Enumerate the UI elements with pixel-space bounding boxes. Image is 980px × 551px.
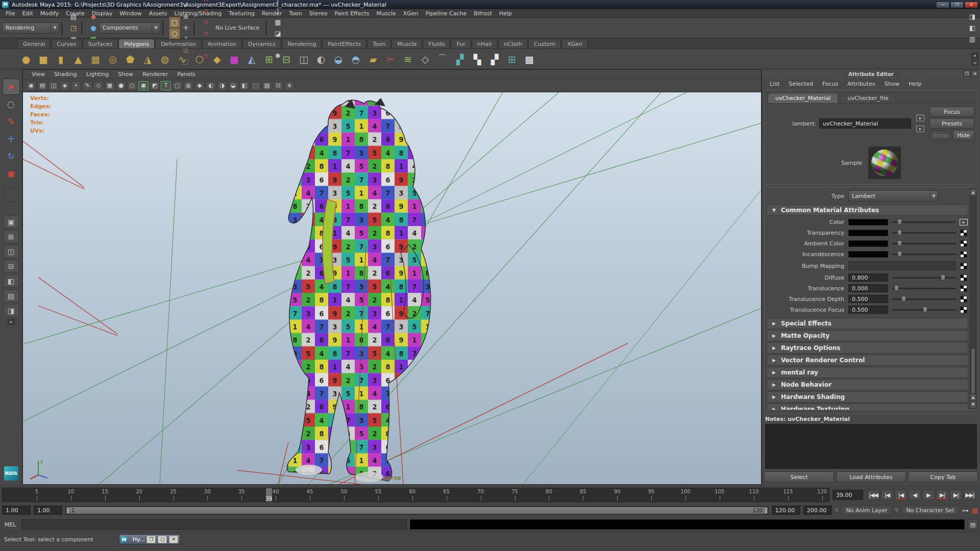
collapsed-section-header[interactable]: ▶ Special Effects — [767, 318, 968, 329]
render-current-frame-icon[interactable]: ◪ — [272, 28, 283, 39]
checker-a-icon[interactable]: ▚ — [469, 51, 486, 68]
panel-menu-item[interactable]: Show — [113, 71, 138, 78]
shelf-tab[interactable]: General — [17, 39, 51, 48]
step-forward-button[interactable]: ▶| — [950, 490, 962, 500]
live-surface-field[interactable]: No Live Surface — [211, 24, 263, 31]
input-connection-icon[interactable]: ▸ — [916, 115, 924, 121]
mirror-icon[interactable]: ▞ — [451, 51, 469, 68]
menu-item[interactable]: Lighting/Shading — [170, 10, 225, 17]
shelf-tab[interactable]: nCloth — [498, 39, 528, 48]
ae-node-tab[interactable]: uvChecker_Material — [768, 93, 838, 103]
poly-pipe-icon[interactable]: ◍ — [156, 51, 174, 68]
chevron-down-icon[interactable]: ▽ — [835, 508, 839, 513]
maximize-button[interactable]: ❐ — [950, 2, 964, 8]
menu-item[interactable]: Edit — [18, 10, 36, 17]
poly-cube-icon[interactable]: ■ — [35, 51, 52, 68]
bridge-icon[interactable]: ⌒ — [434, 51, 451, 68]
menu-item[interactable]: Muscle — [373, 10, 400, 17]
map-button[interactable] — [960, 296, 967, 303]
translucence-field[interactable]: 0.000 — [848, 284, 888, 292]
panel-menu-item[interactable]: Panels — [173, 71, 200, 78]
notes-textarea[interactable] — [765, 424, 977, 469]
viewport-toolbar-icon[interactable]: ▢ — [172, 81, 182, 90]
separator[interactable] — [62, 21, 65, 35]
focus-button[interactable]: Focus — [929, 107, 974, 117]
shelf-tab[interactable]: nHair — [472, 39, 498, 48]
viewport-toolbar-icon[interactable]: T — [161, 81, 171, 90]
close-icon[interactable]: ✕ — [169, 536, 178, 543]
anim-layer-dropdown[interactable]: No Anim Layer — [842, 506, 892, 515]
attribute-editor-toggle-icon[interactable]: ◨ — [967, 11, 978, 22]
panel-menu-item[interactable]: Shading — [50, 71, 82, 78]
scroll-up-icon[interactable]: ▲ — [970, 189, 976, 195]
separator[interactable] — [266, 21, 270, 35]
layout-shortcut-button[interactable]: ⊞ — [4, 230, 19, 243]
viewport-toolbar-icon[interactable]: ⋔ — [284, 81, 295, 90]
ambient-color-slider[interactable] — [892, 243, 956, 244]
auto-keyframe-icon[interactable]: ▦ — [972, 507, 978, 514]
shelf-menu-button[interactable]: ▾ — [971, 53, 978, 59]
shelf-tab[interactable]: Deformation — [155, 39, 202, 48]
play-backwards-button[interactable]: ◀ — [909, 490, 921, 500]
layout-shortcut-button[interactable]: ◫ — [4, 245, 19, 258]
menu-item[interactable]: Pipeline Cache — [422, 10, 470, 17]
timeline-track[interactable]: 5101520253035404550556065707580859095100… — [2, 488, 829, 502]
quad-draw-icon[interactable]: ▰ — [364, 51, 382, 68]
viewport-toolbar-icon[interactable]: ⊡ — [273, 81, 283, 90]
command-output-field[interactable] — [410, 519, 965, 530]
play-forwards-button[interactable]: ▶ — [922, 490, 935, 500]
poly-platonic-icon[interactable]: ◆ — [208, 51, 226, 68]
menu-item[interactable]: Paint Effects — [331, 10, 373, 17]
sculpt-tool-icon[interactable]: ◭ — [243, 51, 260, 68]
command-language-toggle[interactable]: MEL — [2, 521, 18, 528]
menu-item[interactable]: Toon — [285, 10, 305, 17]
separator[interactable] — [163, 21, 166, 35]
show-button[interactable]: Show — [929, 130, 951, 140]
combine-icon[interactable]: ⊞ — [260, 51, 278, 68]
ae-menu-item[interactable]: List — [765, 81, 784, 87]
selection-icon[interactable]: ⌖ — [180, 0, 191, 11]
shelf-tab[interactable]: Fur — [451, 39, 471, 48]
set-key-icon[interactable]: ⊶ — [962, 507, 969, 514]
bevel-icon[interactable]: ◇ — [416, 51, 434, 68]
output-connection-icon[interactable]: ▸ — [916, 126, 924, 132]
restore-icon[interactable]: ❐ — [146, 536, 156, 543]
viewport-toolbar-icon[interactable]: ● — [116, 81, 126, 90]
collapsed-section-header[interactable]: ▶ Raytrace Options — [767, 342, 968, 354]
command-input-field[interactable] — [21, 519, 407, 530]
render-view-icon[interactable]: ▦ — [272, 17, 283, 28]
channel-box-toggle-icon[interactable]: ▥ — [967, 34, 978, 45]
viewport-toolbar-icon[interactable]: ◧ — [239, 81, 250, 90]
viewport-toolbar-icon[interactable]: ⬚ — [251, 81, 261, 90]
poly-cone-icon[interactable]: ▲ — [69, 51, 87, 68]
viewport-toolbar-icon[interactable]: ◈ — [60, 81, 70, 90]
open-scene-icon[interactable]: ◳ — [68, 22, 79, 34]
viewport-toolbar-icon[interactable]: ▣ — [138, 81, 149, 90]
separator[interactable] — [194, 21, 198, 35]
range-start-handle[interactable] — [66, 507, 70, 514]
scale-tool[interactable]: ◼ — [3, 165, 20, 182]
shelf-tab[interactable]: Rendering — [282, 39, 322, 48]
shelf-tab[interactable]: Surfaces — [83, 39, 118, 48]
poly-pyramid-icon[interactable]: ◮ — [139, 51, 156, 68]
color-slider[interactable] — [892, 221, 955, 223]
hide-button[interactable]: Hide — [953, 130, 975, 140]
step-back-button[interactable]: |◀ — [881, 490, 893, 500]
shelf-tab[interactable]: Curves — [51, 39, 82, 48]
menu-item[interactable]: Texturing — [225, 10, 258, 17]
script-editor-icon[interactable]: ▤ — [968, 519, 978, 530]
reduce-icon[interactable]: ◓ — [347, 51, 364, 68]
symmetry-icon[interactable]: ✛ — [180, 22, 191, 34]
character-mesh[interactable] — [287, 98, 430, 482]
collapsed-section-header[interactable]: ▶ mental ray — [767, 367, 968, 378]
panel-menu-item[interactable]: Renderer — [138, 71, 173, 78]
layout-shortcut-button[interactable]: ▤ — [4, 289, 19, 303]
viewport-toolbar-icon[interactable]: ✎ — [82, 81, 92, 90]
menu-item[interactable]: Help — [496, 10, 516, 17]
viewport-toolbar-icon[interactable]: ◑ — [217, 81, 227, 90]
map-button[interactable] — [960, 285, 967, 292]
chevron-down-icon[interactable]: ▽ — [895, 508, 898, 513]
animation-end-field[interactable]: 200.00 — [803, 506, 832, 515]
copy-tab-button[interactable]: Copy Tab — [908, 471, 978, 483]
ae-menu-item[interactable]: Selected — [784, 81, 818, 87]
